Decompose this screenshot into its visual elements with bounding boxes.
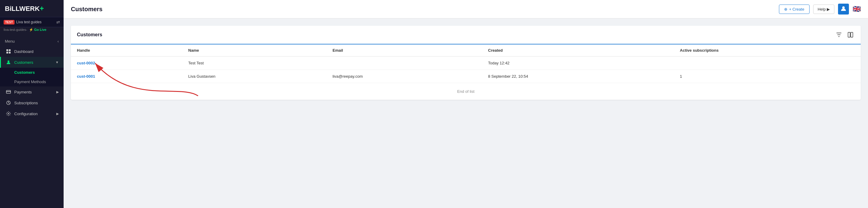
payments-expand-icon: ▶: [56, 90, 59, 94]
table-row[interactable]: cust-0002 Test Test Today 12:42: [71, 57, 861, 70]
sidebar-payments-label: Payments: [14, 90, 32, 94]
sidebar-item-subscriptions[interactable]: Subscriptions: [0, 97, 64, 108]
svg-rect-6: [6, 91, 10, 92]
sub-payment-methods-label: Payment Methods: [14, 79, 46, 84]
svg-rect-1: [9, 49, 10, 51]
sidebar-subscriptions-label: Subscriptions: [14, 101, 38, 105]
svg-point-4: [7, 61, 9, 62]
sidebar-configuration-label: Configuration: [14, 111, 37, 116]
logo-text: BiLLWERK+: [5, 4, 44, 13]
header-actions: ⊕ + Create Help ▶ 🇬🇧: [779, 4, 861, 14]
table-body: cust-0002 Test Test Today 12:42 cust-000…: [71, 57, 861, 83]
env-bar: TEST Liva test guides ⇄: [0, 17, 64, 27]
customers-table: Handle Name Email Created Active subscri…: [71, 44, 861, 83]
main-area: Customers ⊕ + Create Help ▶ 🇬🇧 Customers: [64, 0, 868, 208]
cell-created-0: Today 12:42: [482, 57, 674, 70]
sidebar-item-customers-sub[interactable]: Customers: [0, 68, 64, 77]
configuration-expand-icon: ▶: [56, 112, 59, 116]
cell-handle-1: cust-0001: [71, 70, 182, 83]
payments-icon: [6, 89, 11, 95]
sidebar-customers-label: Customers: [14, 60, 33, 65]
card-header: Customers: [71, 26, 861, 44]
chevron-left-icon: ‹: [58, 39, 59, 43]
cell-email-1: liva@reepay.com: [327, 70, 482, 83]
columns-button[interactable]: [846, 31, 855, 39]
env-info: TEST Liva test guides: [4, 20, 41, 25]
col-name: Name: [182, 44, 327, 57]
content-area: Customers: [64, 19, 868, 208]
dashboard-icon: [6, 49, 11, 54]
sidebar-item-configuration[interactable]: Configuration ▶: [0, 108, 64, 119]
menu-label: Menu: [5, 39, 15, 43]
cell-subs-0: [674, 57, 861, 70]
svg-rect-0: [6, 49, 8, 51]
subscriptions-icon: [6, 100, 11, 105]
cell-name-1: Liva Gustavsen: [182, 70, 327, 83]
sidebar-item-payments[interactable]: Payments ▶: [0, 86, 64, 97]
customers-card: Customers: [71, 26, 861, 100]
card-header-actions: [835, 31, 855, 39]
col-handle: Handle: [71, 44, 182, 57]
cell-email-0: [327, 57, 482, 70]
col-created: Created: [482, 44, 674, 57]
svg-rect-10: [848, 32, 850, 37]
logo-plus: +: [40, 4, 44, 12]
create-label: + Create: [789, 7, 804, 11]
end-of-list: End of list: [71, 83, 861, 100]
customers-icon: [6, 60, 11, 65]
sidebar-item-dashboard[interactable]: Dashboard: [0, 46, 64, 57]
env-badge: TEST: [4, 20, 14, 25]
sidebar-item-payment-methods[interactable]: Payment Methods: [0, 77, 64, 86]
menu-header[interactable]: Menu ‹: [0, 37, 64, 46]
env-slug-text: liva-test-guides-: [4, 28, 27, 31]
swap-icon[interactable]: ⇄: [56, 20, 60, 25]
logo-area: BiLLWERK+: [0, 0, 64, 17]
table-row[interactable]: cust-0001 Liva Gustavsen liva@reepay.com…: [71, 70, 861, 83]
cell-created-1: 8 September 22, 10:54: [482, 70, 674, 83]
svg-rect-3: [9, 52, 10, 54]
filter-button[interactable]: [835, 31, 843, 39]
table-header: Handle Name Email Created Active subscri…: [71, 44, 861, 57]
configuration-icon: [6, 111, 11, 116]
sidebar: BiLLWERK+ TEST Liva test guides ⇄ liva-t…: [0, 0, 64, 208]
svg-point-8: [8, 113, 9, 114]
svg-rect-11: [851, 32, 853, 37]
logo-brand: BiLLWERK: [5, 5, 40, 12]
cell-subs-1: 1: [674, 70, 861, 83]
flag-icon[interactable]: 🇬🇧: [852, 5, 861, 13]
go-live-link[interactable]: ⚡ Go Live: [29, 28, 46, 31]
cell-name-0: Test Test: [182, 57, 327, 70]
plus-circle-icon: ⊕: [784, 7, 787, 11]
help-button[interactable]: Help ▶: [813, 4, 834, 14]
customers-submenu: Customers Payment Methods: [0, 68, 64, 86]
page-title: Customers: [71, 6, 102, 13]
card-title: Customers: [77, 32, 102, 37]
nav-menu: Menu ‹ Dashboard Customers ▼ Customers P…: [0, 34, 64, 208]
svg-rect-2: [6, 52, 8, 54]
env-name: Liva test guides: [17, 20, 41, 24]
env-slug: liva-test-guides- ⚡ Go Live: [0, 27, 64, 34]
sidebar-dashboard-label: Dashboard: [14, 49, 34, 54]
avatar-icon: [841, 6, 846, 12]
table-wrapper: Handle Name Email Created Active subscri…: [71, 44, 861, 83]
cell-handle-0: cust-0002: [71, 57, 182, 70]
help-label: Help ▶: [818, 7, 830, 11]
sidebar-item-customers[interactable]: Customers ▼: [0, 57, 64, 68]
sub-customers-label: Customers: [14, 70, 35, 75]
svg-point-9: [842, 6, 845, 9]
create-button[interactable]: ⊕ + Create: [779, 4, 809, 14]
col-active-subscriptions: Active subscriptions: [674, 44, 861, 57]
top-header: Customers ⊕ + Create Help ▶ 🇬🇧: [64, 0, 868, 19]
customers-expand-icon: ▼: [55, 61, 59, 64]
avatar-button[interactable]: [838, 4, 849, 14]
col-email: Email: [327, 44, 482, 57]
